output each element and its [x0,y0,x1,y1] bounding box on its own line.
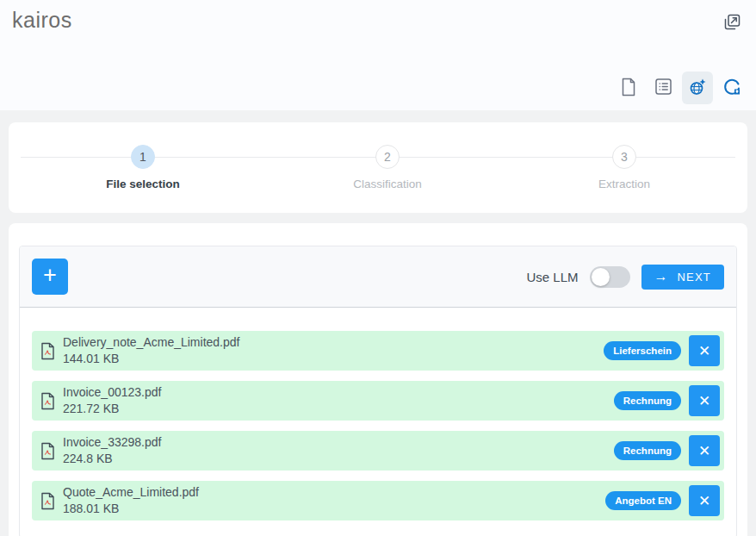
close-icon: ✕ [698,492,710,510]
classification-badge: Lieferschein [604,341,681,360]
file-row: Quote_Acme_Limited.pdf 188.01 KB Angebot… [32,481,724,520]
file-meta: Delivery_note_Acme_Limited.pdf 144.01 KB [63,334,239,367]
file-meta: Invoice_33298.pdf 224.8 KB [63,434,161,467]
step-extraction[interactable]: 3 Extraction [530,145,719,190]
use-llm-toggle[interactable] [590,266,630,288]
file-size: 188.01 KB [63,501,199,517]
file-meta: Invoice_00123.pdf 221.72 KB [63,384,161,417]
step-label: File selection [48,178,238,190]
remove-file-button[interactable]: ✕ [689,385,720,416]
view-toolbar [613,72,747,104]
page-content: 1 File selection 2 Classification 3 Extr… [0,110,756,536]
pdf-file-icon [40,342,55,360]
remove-file-button[interactable]: ✕ [689,335,720,366]
document-view-button[interactable] [613,72,644,104]
ai-globe-icon [689,78,707,98]
panel-header-actions: Use LLM → NEXT [526,265,724,290]
file-row: Delivery_note_Acme_Limited.pdf 144.01 KB… [32,331,724,371]
file-selection-card: + Use LLM → NEXT [9,223,747,536]
file-size: 144.01 KB [63,351,239,367]
file-list: Delivery_note_Acme_Limited.pdf 144.01 KB… [20,308,736,536]
classification-badge: Rechnung [614,441,681,460]
page-title: kairos [12,8,72,33]
file-name: Invoice_00123.pdf [63,384,161,401]
pdf-file-icon [40,392,55,410]
step-label: Classification [293,178,482,190]
document-icon [620,78,637,99]
step-number: 1 [131,145,155,169]
file-size: 224.8 KB [63,451,161,467]
close-icon: ✕ [698,342,710,360]
open-external-button[interactable] [720,11,744,35]
remove-file-button[interactable]: ✕ [689,485,720,516]
use-llm-label: Use LLM [526,270,578,284]
step-classification[interactable]: 2 Classification [293,145,482,190]
file-row: Invoice_00123.pdf 221.72 KB Rechnung ✕ [32,381,724,421]
close-icon: ✕ [698,392,710,410]
step-file-selection[interactable]: 1 File selection [48,145,238,190]
upload-panel-header: + Use LLM → NEXT [20,246,736,308]
top-header: kairos [0,0,756,110]
next-button[interactable]: → NEXT [641,265,724,290]
ai-classify-button[interactable] [682,72,713,104]
file-name: Quote_Acme_Limited.pdf [63,484,199,501]
toggle-knob [592,268,610,286]
add-file-button[interactable]: + [32,259,68,295]
open-external-icon [722,12,742,35]
remove-file-button[interactable]: ✕ [689,435,720,466]
stepper-card: 1 File selection 2 Classification 3 Extr… [9,122,747,213]
step-label: Extraction [530,178,719,190]
step-number: 3 [612,145,636,169]
file-name: Delivery_note_Acme_Limited.pdf [63,334,239,351]
file-row: Invoice_33298.pdf 224.8 KB Rechnung ✕ [32,431,724,471]
next-button-label: NEXT [678,271,711,284]
pdf-file-icon [40,442,55,460]
sync-plus-icon [723,78,741,98]
upload-panel: + Use LLM → NEXT [19,246,737,536]
list-details-icon [654,78,672,98]
pdf-file-icon [40,492,55,510]
classification-badge: Angebot EN [605,491,681,510]
close-icon: ✕ [698,442,710,460]
step-number: 2 [375,145,400,169]
file-size: 221.72 KB [63,401,161,417]
sync-new-button[interactable] [716,72,747,104]
file-name: Invoice_33298.pdf [63,434,161,451]
file-meta: Quote_Acme_Limited.pdf 188.01 KB [63,484,199,517]
arrow-right-icon: → [654,269,668,284]
list-details-button[interactable] [648,72,679,104]
classification-badge: Rechnung [614,391,681,410]
